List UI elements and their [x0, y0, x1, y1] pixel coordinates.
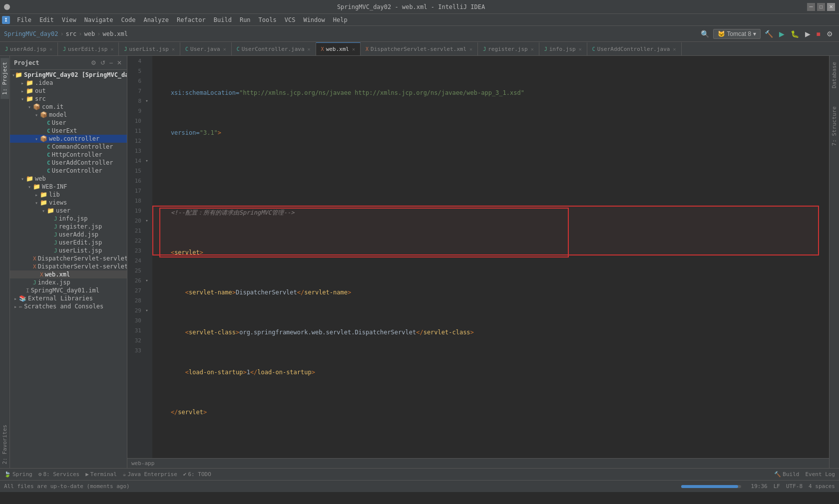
tab-userList-jsp[interactable]: J userList.jsp ✕: [119, 42, 180, 55]
tree-item-views[interactable]: ▾ 📁 views: [10, 199, 127, 207]
menu-vcs[interactable]: VCS: [281, 15, 300, 24]
tab-close-dispatcherxml[interactable]: ✕: [469, 46, 472, 52]
tree-item-comit[interactable]: ▾ 📦 com.it: [10, 103, 127, 111]
tab-close-info[interactable]: ✕: [579, 46, 582, 52]
breadcrumb-project[interactable]: SpringMVC_day02: [4, 30, 58, 37]
sidebar-close-button[interactable]: ✕: [116, 59, 123, 67]
menu-tools[interactable]: Tools: [255, 15, 281, 24]
vtab-favorites[interactable]: 2: Favorites: [0, 421, 9, 468]
tree-item-out[interactable]: ▸ 📁 out: [10, 87, 127, 95]
build-project-button[interactable]: 🔨: [763, 29, 775, 39]
bottom-tab-spring[interactable]: 🍃 Spring: [4, 471, 32, 478]
bottom-tab-javaee[interactable]: ☕ Java Enterprise: [123, 471, 177, 478]
menu-window[interactable]: Window: [299, 15, 329, 24]
tree-item-src[interactable]: ▾ 📁 src: [10, 95, 127, 103]
tree-item-info-jsp[interactable]: J info.jsp: [10, 215, 127, 223]
breadcrumb-web[interactable]: web: [84, 30, 95, 37]
sidebar-collapse-button[interactable]: –: [108, 59, 114, 67]
bottom-tab-eventlog[interactable]: Event Log: [805, 471, 835, 478]
tab-user-java[interactable]: C User.java ✕: [180, 42, 232, 55]
code-content[interactable]: xsi:schemaLocation="http://xmlns.jcp.org…: [152, 56, 829, 458]
tree-item-useredit-jsp[interactable]: J userEdit.jsp: [10, 239, 127, 247]
tree-item-register-jsp[interactable]: J register.jsp: [10, 223, 127, 231]
tree-item-user[interactable]: C User: [10, 119, 127, 127]
breadcrumb-src[interactable]: src: [66, 30, 77, 37]
tree-item-model[interactable]: ▾ 📦 model: [10, 111, 127, 119]
settings-button[interactable]: ⚙: [825, 29, 835, 39]
tree-item-external-libs[interactable]: ▸ 📚 External Libraries: [10, 294, 127, 302]
maximize-button[interactable]: □: [817, 3, 825, 11]
tab-userEdit-jsp[interactable]: J userEdit.jsp ✕: [58, 42, 119, 55]
tree-item-web[interactable]: ▾ 📁 web: [10, 175, 127, 183]
menu-analyze[interactable]: Analyze: [139, 15, 173, 24]
tab-userAdd-jsp[interactable]: J userAdd.jsp ✕: [0, 42, 58, 55]
tree-item-useraddcontroller[interactable]: C UserAddController: [10, 159, 127, 167]
tree-item-dispatcherxml[interactable]: X DispatcherServlet-servlet.xml: [10, 254, 127, 262]
tree-item-usercontroller[interactable]: C UserController: [10, 167, 127, 175]
tree-item-user-folder[interactable]: ▾ 📁 user: [10, 207, 127, 215]
tab-register-jsp[interactable]: J register.jsp ✕: [478, 42, 539, 55]
close-button[interactable]: ✕: [827, 3, 835, 11]
menu-build[interactable]: Build: [210, 15, 236, 24]
vtab-database[interactable]: Database: [830, 58, 839, 92]
tab-close-useredit[interactable]: ✕: [110, 46, 113, 52]
minimize-button[interactable]: ─: [807, 3, 815, 11]
bottom-tab-build[interactable]: 🔨 Build: [774, 471, 799, 478]
run-coverage-button[interactable]: ▶: [803, 29, 813, 39]
menu-help[interactable]: Help: [329, 15, 352, 24]
vtab-structure[interactable]: 7: Structure: [830, 102, 839, 150]
tree-item-httpcontroller[interactable]: C HttpController: [10, 151, 127, 159]
menu-file[interactable]: File: [13, 15, 35, 24]
menu-code[interactable]: Code: [117, 15, 140, 24]
bottom-tab-terminal[interactable]: ▶ Terminal: [85, 471, 117, 478]
tab-close-useradd[interactable]: ✕: [49, 46, 52, 52]
tree-item-webxml[interactable]: X web.xml: [10, 270, 127, 278]
tree-item-indexjsp[interactable]: J index.jsp: [10, 278, 127, 286]
menu-navigate[interactable]: Navigate: [80, 15, 117, 24]
tree-item-scratches[interactable]: ▸ ✏ Scratches and Consoles: [10, 302, 127, 310]
run-button[interactable]: ▶: [777, 29, 787, 39]
tab-close-useraddcontroller[interactable]: ✕: [673, 46, 676, 52]
tab-usercontroller-java[interactable]: C UserController.java ✕: [232, 42, 316, 55]
menu-edit[interactable]: Edit: [35, 15, 58, 24]
tree-item-lib[interactable]: ▸ 📁 lib: [10, 191, 127, 199]
tree-item-idea[interactable]: ▸ 📁 .idea: [10, 79, 127, 87]
editor-content[interactable]: 4 5 6 7 8▾ 9 10 11 12 13 14▾ 15 16 17 18…: [127, 56, 829, 458]
tab-close-webxml[interactable]: ✕: [352, 46, 355, 52]
menu-run[interactable]: Run: [236, 15, 255, 24]
tab-dispatcherservlet-xml[interactable]: X DispatcherServlet-servlet.xml ✕: [361, 42, 478, 55]
breadcrumb-file[interactable]: web.xml: [102, 30, 128, 37]
stop-button[interactable]: ■: [815, 29, 823, 39]
search-everywhere-button[interactable]: 🔍: [699, 29, 711, 39]
tab-close-register[interactable]: ✕: [531, 46, 534, 52]
code-line-8: <servlet>: [156, 248, 825, 257]
tree-item-root[interactable]: ▾ 📁 SpringMVC_day02 [SpringMVC_day0: [10, 71, 127, 79]
bottom-tab-todo[interactable]: ✔ 6: TODO: [183, 471, 211, 478]
ln20: 20▾: [127, 216, 152, 226]
tree-item-dispatcherxml1[interactable]: X DispatcherServlet-servlet1.xr: [10, 262, 127, 270]
tomcat-run-config[interactable]: 🐱 Tomcat 8 ▾: [713, 29, 761, 39]
bottom-tab-services[interactable]: ⚙ 8: Services: [38, 471, 79, 478]
tree-item-useradd-jsp[interactable]: J userAdd.jsp: [10, 231, 127, 239]
status-charset[interactable]: UTF-8: [786, 483, 803, 490]
tree-item-userext[interactable]: C UserExt: [10, 127, 127, 135]
tree-item-userlist-jsp[interactable]: J userList.jsp: [10, 247, 127, 254]
status-encoding[interactable]: LF: [774, 483, 780, 490]
tab-info-jsp[interactable]: J info.jsp ✕: [539, 42, 587, 55]
status-indent[interactable]: 4 spaces: [809, 483, 835, 490]
tree-item-iml[interactable]: I SpringMVC_day01.iml: [10, 286, 127, 294]
tree-item-webcontroller[interactable]: ▾ 📦 web.controller: [10, 135, 127, 143]
tab-useraddcontroller-java[interactable]: C UserAddController.java ✕: [587, 42, 682, 55]
tab-close-userlist[interactable]: ✕: [172, 46, 175, 52]
sidebar-sync-button[interactable]: ↺: [99, 59, 106, 67]
menu-view[interactable]: View: [58, 15, 80, 24]
debug-button[interactable]: 🐛: [789, 29, 801, 39]
menu-refactor[interactable]: Refactor: [173, 15, 210, 24]
tree-item-webinf[interactable]: ▾ 📁 WEB-INF: [10, 183, 127, 191]
tab-close-usercontroller[interactable]: ✕: [308, 46, 311, 52]
sidebar-gear-button[interactable]: ⚙: [90, 59, 97, 67]
vtab-project[interactable]: 1: Project: [0, 58, 9, 99]
tree-item-commandcontroller[interactable]: C CommandController: [10, 143, 127, 151]
tab-web-xml[interactable]: X web.xml ✕: [316, 42, 361, 55]
tab-close-user[interactable]: ✕: [223, 46, 226, 52]
